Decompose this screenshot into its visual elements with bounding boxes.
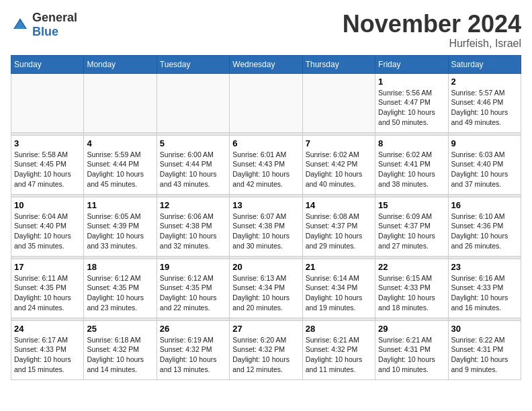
day-number: 30 <box>451 324 518 334</box>
calendar-cell: 17Sunrise: 6:11 AM Sunset: 4:35 PM Dayli… <box>11 259 84 318</box>
day-info: Sunrise: 6:13 AM Sunset: 4:34 PM Dayligh… <box>232 273 299 313</box>
day-number: 16 <box>451 200 518 210</box>
day-info: Sunrise: 5:58 AM Sunset: 4:45 PM Dayligh… <box>14 150 81 189</box>
calendar-cell: 21Sunrise: 6:14 AM Sunset: 4:34 PM Dayli… <box>302 259 375 318</box>
day-info: Sunrise: 6:09 AM Sunset: 4:37 PM Dayligh… <box>378 212 445 251</box>
day-number: 13 <box>232 200 299 210</box>
calendar-cell: 15Sunrise: 6:09 AM Sunset: 4:37 PM Dayli… <box>375 197 448 256</box>
day-number: 24 <box>14 324 81 334</box>
day-info: Sunrise: 6:15 AM Sunset: 4:33 PM Dayligh… <box>378 273 445 313</box>
calendar-week-row: 10Sunrise: 6:04 AM Sunset: 4:40 PM Dayli… <box>11 197 521 256</box>
day-number: 27 <box>232 324 299 334</box>
calendar-cell: 4Sunrise: 5:59 AM Sunset: 4:44 PM Daylig… <box>84 135 157 194</box>
day-number: 2 <box>451 77 518 87</box>
day-number: 12 <box>160 200 226 210</box>
calendar-cell: 27Sunrise: 6:20 AM Sunset: 4:32 PM Dayli… <box>230 320 302 379</box>
weekday-header-wednesday: Wednesday <box>230 55 302 73</box>
day-number: 15 <box>378 200 445 210</box>
day-info: Sunrise: 6:01 AM Sunset: 4:43 PM Dayligh… <box>232 150 299 189</box>
calendar-cell <box>157 73 229 132</box>
calendar-cell: 12Sunrise: 6:06 AM Sunset: 4:38 PM Dayli… <box>157 197 229 256</box>
day-info: Sunrise: 6:17 AM Sunset: 4:33 PM Dayligh… <box>14 335 81 375</box>
calendar-week-row: 1Sunrise: 5:56 AM Sunset: 4:47 PM Daylig… <box>11 73 521 132</box>
calendar-cell: 13Sunrise: 6:07 AM Sunset: 4:38 PM Dayli… <box>230 197 302 256</box>
calendar-cell: 29Sunrise: 6:21 AM Sunset: 4:31 PM Dayli… <box>375 320 448 379</box>
day-number: 19 <box>160 262 226 272</box>
day-info: Sunrise: 6:12 AM Sunset: 4:35 PM Dayligh… <box>87 273 153 313</box>
day-info: Sunrise: 6:04 AM Sunset: 4:40 PM Dayligh… <box>14 212 81 251</box>
calendar-cell: 19Sunrise: 6:12 AM Sunset: 4:35 PM Dayli… <box>157 259 229 318</box>
calendar-cell <box>84 73 157 132</box>
day-info: Sunrise: 6:21 AM Sunset: 4:32 PM Dayligh… <box>306 335 372 375</box>
calendar-cell: 16Sunrise: 6:10 AM Sunset: 4:36 PM Dayli… <box>448 197 521 256</box>
calendar-cell: 20Sunrise: 6:13 AM Sunset: 4:34 PM Dayli… <box>230 259 302 318</box>
day-number: 4 <box>87 138 153 148</box>
day-number: 1 <box>378 77 445 87</box>
day-info: Sunrise: 5:57 AM Sunset: 4:46 PM Dayligh… <box>451 88 518 128</box>
calendar-cell <box>11 73 84 132</box>
calendar-week-row: 24Sunrise: 6:17 AM Sunset: 4:33 PM Dayli… <box>11 320 521 379</box>
day-number: 14 <box>306 200 372 210</box>
calendar-cell: 6Sunrise: 6:01 AM Sunset: 4:43 PM Daylig… <box>230 135 302 194</box>
calendar-cell: 8Sunrise: 6:02 AM Sunset: 4:41 PM Daylig… <box>375 135 448 194</box>
calendar-cell: 22Sunrise: 6:15 AM Sunset: 4:33 PM Dayli… <box>375 259 448 318</box>
day-number: 18 <box>87 262 153 272</box>
calendar-cell <box>230 73 302 132</box>
day-info: Sunrise: 6:03 AM Sunset: 4:40 PM Dayligh… <box>451 150 518 189</box>
calendar-cell: 23Sunrise: 6:16 AM Sunset: 4:33 PM Dayli… <box>448 259 521 318</box>
location-title: Hurfeish, Israel <box>343 38 521 50</box>
day-info: Sunrise: 6:14 AM Sunset: 4:34 PM Dayligh… <box>306 273 372 313</box>
day-info: Sunrise: 6:02 AM Sunset: 4:41 PM Dayligh… <box>378 150 445 189</box>
day-info: Sunrise: 6:05 AM Sunset: 4:39 PM Dayligh… <box>87 212 153 251</box>
calendar-table: SundayMondayTuesdayWednesdayThursdayFrid… <box>11 55 521 380</box>
day-number: 20 <box>232 262 299 272</box>
calendar-cell: 2Sunrise: 5:57 AM Sunset: 4:46 PM Daylig… <box>448 73 521 132</box>
day-number: 22 <box>378 262 445 272</box>
calendar-cell: 14Sunrise: 6:08 AM Sunset: 4:37 PM Dayli… <box>302 197 375 256</box>
calendar-cell: 24Sunrise: 6:17 AM Sunset: 4:33 PM Dayli… <box>11 320 84 379</box>
weekday-header-saturday: Saturday <box>448 55 521 73</box>
day-number: 11 <box>87 200 153 210</box>
calendar-cell: 1Sunrise: 5:56 AM Sunset: 4:47 PM Daylig… <box>375 73 448 132</box>
weekday-header-thursday: Thursday <box>302 55 375 73</box>
logo-general-text: General <box>32 11 77 24</box>
day-number: 9 <box>451 138 518 148</box>
day-number: 25 <box>87 324 153 334</box>
calendar-cell <box>302 73 375 132</box>
day-info: Sunrise: 6:22 AM Sunset: 4:31 PM Dayligh… <box>451 335 518 375</box>
day-info: Sunrise: 6:00 AM Sunset: 4:44 PM Dayligh… <box>160 150 226 189</box>
day-number: 28 <box>306 324 372 334</box>
day-info: Sunrise: 6:16 AM Sunset: 4:33 PM Dayligh… <box>451 273 518 313</box>
day-info: Sunrise: 6:06 AM Sunset: 4:38 PM Dayligh… <box>160 212 226 251</box>
day-number: 10 <box>14 200 81 210</box>
day-number: 6 <box>232 138 299 148</box>
logo-blue-text: Blue <box>32 25 58 38</box>
day-info: Sunrise: 6:10 AM Sunset: 4:36 PM Dayligh… <box>451 212 518 251</box>
day-info: Sunrise: 6:08 AM Sunset: 4:37 PM Dayligh… <box>306 212 372 251</box>
day-number: 29 <box>378 324 445 334</box>
calendar-cell: 26Sunrise: 6:19 AM Sunset: 4:32 PM Dayli… <box>157 320 229 379</box>
calendar-cell: 25Sunrise: 6:18 AM Sunset: 4:32 PM Dayli… <box>84 320 157 379</box>
title-block: November 2024 Hurfeish, Israel <box>343 11 521 50</box>
day-number: 7 <box>306 138 372 148</box>
day-info: Sunrise: 6:20 AM Sunset: 4:32 PM Dayligh… <box>232 335 299 375</box>
day-number: 3 <box>14 138 81 148</box>
logo: General Blue <box>11 11 77 39</box>
calendar-cell: 18Sunrise: 6:12 AM Sunset: 4:35 PM Dayli… <box>84 259 157 318</box>
calendar-cell: 3Sunrise: 5:58 AM Sunset: 4:45 PM Daylig… <box>11 135 84 194</box>
day-info: Sunrise: 6:21 AM Sunset: 4:31 PM Dayligh… <box>378 335 445 375</box>
calendar-week-row: 3Sunrise: 5:58 AM Sunset: 4:45 PM Daylig… <box>11 135 521 194</box>
calendar-cell: 7Sunrise: 6:02 AM Sunset: 4:42 PM Daylig… <box>302 135 375 194</box>
calendar-cell: 30Sunrise: 6:22 AM Sunset: 4:31 PM Dayli… <box>448 320 521 379</box>
calendar-cell: 9Sunrise: 6:03 AM Sunset: 4:40 PM Daylig… <box>448 135 521 194</box>
day-info: Sunrise: 5:56 AM Sunset: 4:47 PM Dayligh… <box>378 88 445 128</box>
month-title: November 2024 <box>343 11 521 38</box>
day-number: 23 <box>451 262 518 272</box>
calendar-week-row: 17Sunrise: 6:11 AM Sunset: 4:35 PM Dayli… <box>11 259 521 318</box>
day-info: Sunrise: 6:02 AM Sunset: 4:42 PM Dayligh… <box>306 150 372 189</box>
day-info: Sunrise: 5:59 AM Sunset: 4:44 PM Dayligh… <box>87 150 153 189</box>
day-number: 17 <box>14 262 81 272</box>
calendar-cell: 10Sunrise: 6:04 AM Sunset: 4:40 PM Dayli… <box>11 197 84 256</box>
day-info: Sunrise: 6:11 AM Sunset: 4:35 PM Dayligh… <box>14 273 81 313</box>
weekday-header-friday: Friday <box>375 55 448 73</box>
